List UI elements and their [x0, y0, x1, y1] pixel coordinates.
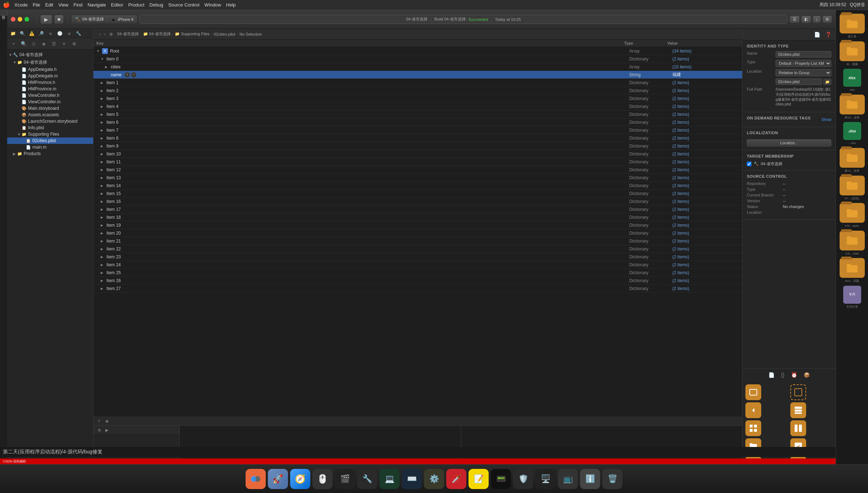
dock-item-ios1[interactable]: ios1…试题 [838, 258, 867, 283]
item18-expand[interactable] [101, 216, 105, 219]
debug-nav-btn[interactable]: ▶ [104, 427, 110, 433]
item17-expand[interactable] [101, 208, 105, 211]
dock-file-xlsx[interactable]: xlsx [843, 69, 861, 87]
menu-source-control[interactable]: Source Control [168, 2, 200, 8]
menu-window[interactable]: Window [205, 2, 221, 8]
inspector-tab-file[interactable]: 📄 [767, 371, 776, 379]
inspector-tab-clock[interactable]: ⏰ [790, 371, 799, 379]
plist-row-item24[interactable]: Item 24 Dictionary (2 items) [93, 261, 742, 269]
menu-edit[interactable]: Edit [45, 2, 53, 8]
nav-related-button[interactable]: ⊕ [108, 31, 114, 37]
scheme-selector[interactable]: 🔨 04-省市选择 | 📱 iPhone 6 [71, 15, 137, 24]
item14-expand[interactable] [101, 184, 105, 187]
apple-menu[interactable]: 🍎 [3, 1, 10, 8]
item23-expand[interactable] [101, 255, 105, 259]
tree-item-products[interactable]: ▶ 📁 Products [7, 150, 93, 157]
nav-tab-search[interactable]: 🔎 [37, 30, 45, 37]
dock-folder-ksi[interactable] [840, 203, 865, 223]
plist-row-item17[interactable]: Item 17 Dictionary (2 items) [93, 205, 742, 213]
dock-tools[interactable]: 🔧 [357, 469, 377, 489]
item0-expand[interactable] [101, 57, 105, 61]
remove-item-btn[interactable]: − [131, 72, 137, 78]
dock-folder-ios1[interactable] [840, 258, 865, 278]
plist-row-item8[interactable]: Item 8 Dictionary (2 items) [93, 134, 742, 142]
plist-row-item13[interactable]: Item 13 Dictionary (2 items) [93, 174, 742, 182]
dock-item-07[interactable]: 07-…(优化) [838, 176, 867, 200]
item9-expand[interactable] [101, 144, 105, 148]
nav-forward-button[interactable]: › [103, 31, 107, 37]
add-item-btn[interactable]: + [124, 72, 130, 78]
localize-button[interactable]: Localize... [747, 139, 831, 146]
dock-terminal[interactable]: 💻 [379, 469, 399, 489]
dock-file-xlsx2[interactable]: .xlsx [843, 122, 861, 140]
dock-notes[interactable]: 📝 [469, 469, 489, 489]
menu-file[interactable]: File [33, 2, 40, 8]
menu-xcode[interactable]: Xcode [14, 2, 28, 8]
nav-sort[interactable]: ◈ [40, 40, 48, 48]
plist-row-item25[interactable]: Item 25 Dictionary (2 items) [93, 269, 742, 277]
dock-folder-07[interactable] [840, 176, 865, 195]
dock-info[interactable]: ℹ️ [580, 469, 600, 489]
dock-folder-fatool[interactable] [840, 14, 865, 33]
inspector-file-input[interactable] [776, 78, 822, 85]
item4-expand[interactable] [101, 105, 105, 108]
tree-item-hmprovince-m[interactable]: ▶ 📄 HMProvince.m [7, 86, 93, 92]
item3-expand[interactable] [101, 97, 105, 100]
item25-expand[interactable] [101, 271, 105, 275]
menu-view[interactable]: View [58, 2, 68, 8]
target-checkbox[interactable] [747, 162, 751, 166]
item24-expand[interactable] [101, 263, 105, 267]
root-expand-arrow[interactable] [96, 49, 101, 53]
item6-expand[interactable] [101, 121, 105, 124]
plist-row-item0[interactable]: Item 0 Dictionary (2 items) [93, 55, 742, 63]
menu-navigate[interactable]: Navigate [87, 2, 106, 8]
inspector-file-tab[interactable]: 📄 [813, 31, 822, 38]
inspector-tab-code[interactable]: {} [780, 371, 786, 379]
tree-item-main-m[interactable]: ▶ 📄 main.m [7, 144, 93, 150]
item8-expand[interactable] [101, 136, 105, 140]
navigator-toggle[interactable]: ☰ [790, 15, 800, 23]
nav-tab-breakpoints[interactable]: ◈ [65, 30, 73, 37]
plist-row-item5[interactable]: Item 5 Dictionary (2 items) [93, 110, 742, 118]
dock-folder-video[interactable] [840, 41, 865, 61]
stop-button[interactable]: ■ [54, 15, 64, 24]
sim-split-icon[interactable] [790, 420, 806, 436]
breadcrumb-supporting[interactable]: 📁 Supporting Files [175, 32, 210, 36]
dock-safari[interactable]: 🧭 [290, 469, 310, 489]
tree-item-group-04[interactable]: ▼ 📁 04-省市选择 [7, 59, 93, 66]
nav-add-group[interactable]: + [9, 40, 18, 48]
tree-item-hmprovince-h[interactable]: ▶ 📄 HMProvince.h [7, 79, 93, 86]
item16-expand[interactable] [101, 200, 105, 203]
plist-row-item6[interactable]: Item 6 Dictionary (2 items) [93, 118, 742, 126]
nav-filter[interactable]: 🔍 [19, 40, 28, 48]
tree-item-assets[interactable]: ▶ 📦 Assets.xcassets [7, 112, 93, 118]
dock-red-app[interactable]: 🗡️ [446, 469, 466, 489]
plist-row-item19[interactable]: Item 19 Dictionary (2 items) [93, 221, 742, 229]
dock-term2[interactable]: ⌨️ [402, 469, 422, 489]
item10-expand[interactable] [101, 152, 105, 156]
plist-row-item21[interactable]: Item 21 Dictionary (2 items) [93, 237, 742, 245]
item27-expand[interactable] [101, 287, 105, 290]
dock-dev[interactable]: 🛡️ [513, 469, 533, 489]
minimize-button[interactable] [18, 17, 22, 22]
tree-item-02cities[interactable]: ▶ 📋 02cities.plist [7, 137, 93, 144]
run-button[interactable]: ▶ [40, 15, 52, 24]
dock-item-video[interactable]: 未…视频 [838, 41, 867, 66]
tree-item-appdelegate-h[interactable]: ▶ 📄 AppDelegate.h [7, 66, 93, 73]
plist-add-inline-btn[interactable]: ◈ [104, 418, 110, 424]
plist-row-item7[interactable]: Item 7 Dictionary (2 items) [93, 126, 742, 134]
item13-expand[interactable] [101, 176, 105, 180]
sim-container-icon[interactable] [790, 384, 806, 400]
nav-hierarchy[interactable]: ☰ [50, 40, 58, 48]
item12-expand[interactable] [101, 168, 105, 172]
nav-tab-history[interactable]: 🕐 [55, 30, 64, 37]
dock-item-xlsx2[interactable]: .xlsx …xlsx [838, 122, 867, 145]
plist-row-item1[interactable]: Item 1 Dictionary (2 items) [93, 79, 742, 87]
tree-item-viewcontroller-m[interactable]: ▶ 📄 ViewController.m [7, 99, 93, 105]
inspector-toggle[interactable]: ⊞ [822, 15, 832, 23]
tree-item-launch-storyboard[interactable]: ▶ 🎨 LaunchScreen.storyboard [7, 118, 93, 125]
nav-tab-debug[interactable]: ◈ [46, 30, 55, 37]
dock-term3[interactable]: 📟 [491, 469, 511, 489]
dock-chadan-icon[interactable]: 车丹 [843, 286, 861, 304]
tree-item-root-project[interactable]: ▼ 🔧 04-省市选择 [7, 51, 93, 59]
